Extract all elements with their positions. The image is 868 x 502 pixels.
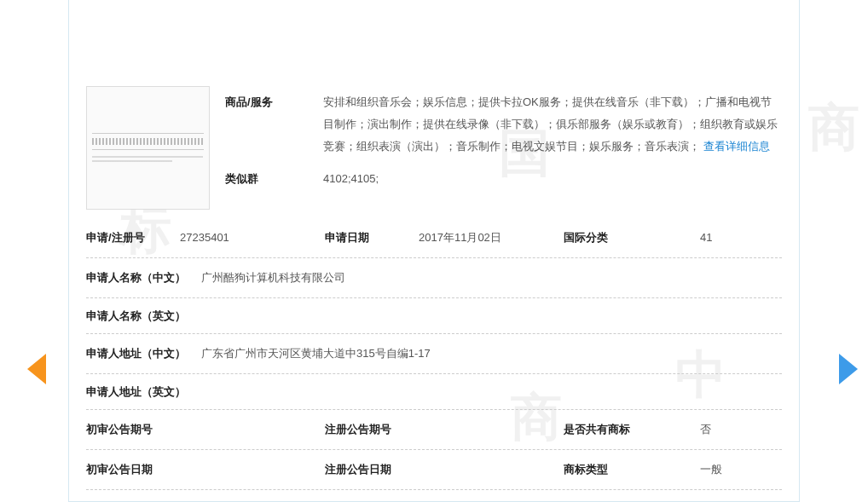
similar-group-value: 4102;4105;: [323, 168, 782, 190]
detail-panel: 标 国 商 中 商标 商 xxxxxxxxxxxxxxxxxxxxxxxxxxx…: [68, 0, 800, 502]
field-value: 2017年11月02日: [419, 227, 564, 249]
detail-row: 初审公告日期注册公告日期商标类型一般: [86, 450, 782, 490]
field-value: 否: [700, 418, 782, 441]
field-label: 申请人地址（中文）: [86, 346, 201, 361]
detail-row: 申请/注册号27235401申请日期2017年11月02日国际分类41: [86, 218, 782, 258]
field-label: 初审公告日期: [86, 462, 180, 477]
detail-row: 申请人名称（中文）广州酷狗计算机科技有限公司: [86, 258, 782, 298]
field-label: 商标类型: [564, 462, 657, 477]
field-value: 广东省广州市天河区黄埔大道中315号自编1-17: [201, 343, 782, 365]
field-value: 广州酷狗计算机科技有限公司: [201, 267, 782, 289]
prev-arrow[interactable]: [27, 354, 46, 384]
detail-row: 申请人地址（中文）广东省广州市天河区黄埔大道中315号自编1-17: [86, 334, 782, 374]
field-label: 申请日期: [325, 230, 419, 245]
field-label: 初审公告期号: [86, 422, 180, 437]
field-value: 41: [700, 227, 782, 249]
detail-row: 申请人名称（英文）: [86, 298, 782, 334]
field-label: 申请人地址（英文）: [86, 384, 201, 400]
detail-row: 申请人地址（英文）: [86, 374, 782, 410]
next-arrow[interactable]: [839, 354, 858, 384]
field-value: 一般: [700, 459, 782, 481]
goods-services-value: 安排和组织音乐会；娱乐信息；提供卡拉OK服务；提供在线音乐（非下载）；广播和电视…: [323, 91, 782, 158]
field-label: 申请人名称（英文）: [86, 309, 201, 324]
detail-row: 初审公告期号注册公告期号是否共有商标否: [86, 410, 782, 450]
field-label: 申请人名称（中文）: [86, 270, 201, 286]
field-label: 是否共有商标: [564, 422, 657, 437]
field-value: 声音商标: [700, 499, 763, 502]
field-label: 注册公告日期: [325, 462, 419, 477]
similar-group-label: 类似群: [225, 168, 323, 190]
field-value: 27235401: [180, 227, 325, 249]
detail-row: 专用权期限商标形式声音商标: [86, 490, 782, 502]
field-label: 申请/注册号: [86, 230, 180, 245]
field-label: 国际分类: [564, 230, 657, 245]
field-label: 注册公告期号: [325, 422, 419, 437]
goods-services-label: 商品/服务: [225, 91, 323, 113]
trademark-image: xxxxxxxxxxxxxxxxxxxxxxxxxxxxxxxxxxxxxxxx…: [86, 86, 210, 210]
view-details-link[interactable]: 查看详细信息: [703, 140, 770, 153]
